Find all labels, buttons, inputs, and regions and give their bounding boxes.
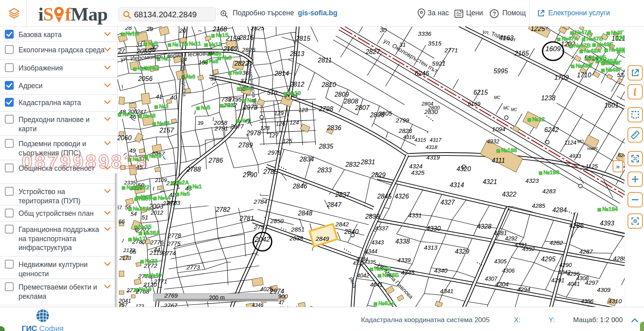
svg-text:№49А: №49А	[584, 48, 601, 54]
svg-text:2816: 2816	[239, 34, 254, 41]
svg-text:2060: 2060	[118, 134, 132, 141]
svg-text:2769: 2769	[164, 292, 178, 299]
svg-text:5995: 5995	[493, 68, 508, 74]
svg-text:4337: 4337	[375, 225, 388, 232]
svg-text:4287: 4287	[579, 248, 593, 255]
svg-text:2827: 2827	[365, 48, 380, 55]
svg-text:57: 57	[118, 205, 122, 211]
svg-text:200 m: 200 m	[209, 294, 225, 301]
svg-text:1709: 1709	[554, 74, 569, 81]
svg-text:4284: 4284	[552, 207, 567, 213]
svg-text:№13: №13	[209, 41, 221, 48]
svg-text:№62А: №62А	[378, 300, 395, 306]
svg-text:41: 41	[156, 93, 163, 100]
svg-text:6169: 6169	[468, 101, 480, 107]
svg-text:4320: 4320	[456, 166, 471, 172]
svg-text:2811: 2811	[318, 57, 332, 64]
svg-text:2978: 2978	[246, 130, 261, 137]
svg-text:4321: 4321	[483, 178, 497, 185]
svg-text:4392: 4392	[522, 246, 535, 252]
svg-text:1710: 1710	[577, 72, 591, 79]
svg-text:47: 47	[279, 300, 285, 306]
svg-text:2771: 2771	[444, 47, 458, 54]
svg-text:№35: №35	[139, 223, 151, 230]
svg-text:126: 126	[276, 120, 285, 127]
svg-text:4316: 4316	[403, 134, 415, 140]
svg-text:4319: 4319	[426, 154, 440, 161]
svg-text:1125: 1125	[586, 163, 598, 170]
svg-text:2850: 2850	[270, 217, 284, 224]
svg-text:4331: 4331	[408, 212, 421, 219]
svg-text:4322: 4322	[502, 191, 516, 198]
svg-text:2834: 2834	[299, 156, 314, 163]
svg-text:№10: №10	[288, 90, 301, 96]
svg-text:№22: №22	[137, 184, 149, 190]
svg-text:173: 173	[135, 303, 144, 307]
svg-text:2840: 2840	[344, 228, 359, 235]
svg-text:2831: 2831	[360, 159, 375, 166]
svg-text:4310: 4310	[608, 298, 622, 304]
svg-text:№9: №9	[242, 85, 251, 91]
svg-text:2849: 2849	[315, 235, 329, 242]
svg-text:4325: 4325	[411, 169, 425, 176]
svg-text:2845: 2845	[377, 193, 392, 200]
svg-text:2813: 2813	[289, 50, 304, 57]
svg-text:124: 124	[289, 119, 299, 126]
svg-text:1124: 1124	[564, 139, 576, 146]
svg-text:2784: 2784	[253, 198, 267, 205]
svg-text:4333: 4333	[353, 261, 364, 266]
svg-text:4313: 4313	[424, 244, 438, 251]
svg-text:№31А: №31А	[133, 205, 149, 212]
svg-text:№49К: №49К	[621, 48, 625, 54]
svg-text:4305: 4305	[494, 258, 506, 265]
svg-text:4285: 4285	[532, 202, 545, 209]
svg-text:№3: №3	[159, 103, 169, 110]
svg-text:№8: №8	[222, 54, 232, 61]
svg-text:4339: 4339	[397, 257, 411, 263]
svg-text:4346: 4346	[252, 302, 264, 307]
svg-text:№194: №194	[602, 206, 618, 212]
svg-text:20: 20	[179, 27, 186, 34]
svg-text:900: 900	[278, 293, 288, 300]
svg-text:2042: 2042	[254, 236, 270, 243]
svg-text:2847: 2847	[326, 201, 342, 208]
svg-text:№1Б: №1Б	[126, 30, 139, 37]
svg-text:2173: 2173	[119, 255, 132, 261]
svg-text:4315: 4315	[415, 137, 427, 143]
svg-text:МО: МО	[577, 139, 584, 144]
svg-text:4318: 4318	[426, 144, 438, 150]
svg-text:2788: 2788	[186, 166, 201, 173]
svg-text:4323: 4323	[525, 177, 539, 184]
svg-text:№5: №5	[148, 40, 158, 47]
svg-text:2830: 2830	[424, 108, 438, 115]
svg-text:4041: 4041	[370, 281, 382, 288]
svg-text:3515: 3515	[428, 40, 442, 47]
svg-text:№9: №9	[225, 102, 234, 108]
svg-text:4386: 4386	[581, 298, 593, 304]
svg-text:4393: 4393	[600, 220, 614, 227]
svg-text:№15: №15	[216, 32, 228, 38]
svg-text:27: 27	[118, 47, 125, 54]
svg-text:2797: 2797	[254, 223, 268, 230]
svg-text:2836: 2836	[326, 124, 341, 131]
svg-text:№39: №39	[149, 153, 161, 159]
svg-text:4343: 4343	[371, 239, 384, 246]
svg-text:МС: МС	[503, 106, 510, 110]
svg-text:№33: №33	[145, 258, 157, 264]
svg-text:№2А: №2А	[175, 179, 189, 186]
svg-text:624: 624	[618, 152, 625, 158]
svg-text:6242: 6242	[544, 126, 559, 133]
svg-text:МС: МС	[511, 108, 517, 112]
svg-text:40: 40	[170, 94, 177, 101]
svg-text:№11: №11	[189, 40, 201, 47]
svg-text:4338: 4338	[395, 238, 410, 245]
svg-text:30: 30	[380, 27, 387, 33]
svg-text:2979: 2979	[267, 149, 281, 156]
svg-text:2828: 2828	[398, 127, 412, 134]
svg-text:2775: 2775	[167, 240, 181, 247]
svg-text:№40: №40	[149, 272, 161, 278]
svg-text:129: 129	[274, 110, 284, 116]
svg-text:4329: 4329	[455, 248, 469, 255]
svg-text:2778: 2778	[167, 232, 181, 239]
svg-text:4291: 4291	[551, 277, 564, 283]
